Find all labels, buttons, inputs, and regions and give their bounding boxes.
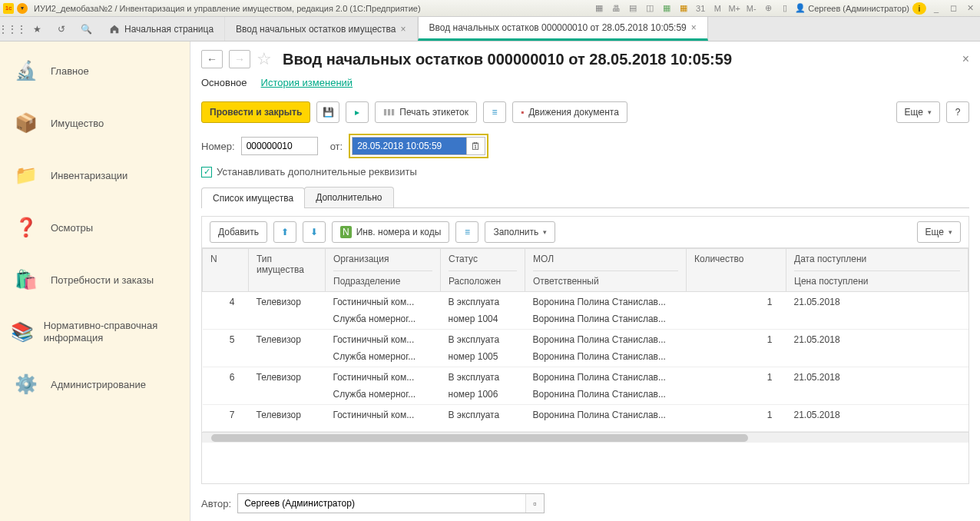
print-labels-button[interactable]: ⦀⦀⦀Печать этикеток [375,101,477,123]
tab-additional[interactable]: Дополнительно [304,187,393,207]
close-window-icon[interactable]: ✕ [963,2,977,15]
panel-icon[interactable]: ▯ [778,2,792,15]
additional-props-checkbox[interactable]: ✓ [201,167,212,178]
author-field: ▫ [237,493,545,513]
col-org[interactable]: ОрганизацияПодразделение [326,249,441,292]
history-icon[interactable]: ↺ [49,17,74,41]
tab-input-balances[interactable]: Ввод начальных остатков имущества × [225,17,417,41]
col-type[interactable]: Тип имущества [249,249,326,292]
author-label: Автор: [201,498,231,509]
zoom-icon[interactable]: ⊕ [761,2,775,15]
sidebar-item-assets[interactable]: 📦Имущество [0,97,190,149]
scrollbar-thumb[interactable] [211,434,748,442]
apps-icon[interactable]: ⋮⋮⋮ [0,17,25,41]
cell-n: 5 [203,330,249,367]
boxes-icon: 📦 [11,109,41,137]
chart-icon: ▪ [521,107,524,118]
close-page-icon[interactable]: × [962,52,969,66]
m-icon[interactable]: M [710,2,724,15]
tab-1-close-icon[interactable]: × [401,24,406,35]
calendar-button[interactable]: 🗓 [467,137,485,155]
table-row[interactable]: 4ТелевизорГостиничный ком...Служба номер… [203,292,968,330]
app-logo-icon: 1c [3,3,14,14]
number-input[interactable] [241,137,318,155]
cell-date: 21.05.2018 [786,330,968,367]
subtab-history[interactable]: История изменений [261,77,353,91]
help-button[interactable]: ? [946,101,969,123]
date-label: от: [330,141,343,152]
favorites-icon[interactable]: ★ [25,17,49,41]
col-status[interactable]: СтатусРасположен [441,249,525,292]
col-date[interactable]: Дата поступлениЦена поступлени [786,249,968,292]
post-and-close-button[interactable]: Провести и закрыть [201,101,310,123]
cell-mol: Воронина Полина Станислав...Воронина Пол… [525,292,687,330]
table-row[interactable]: 7ТелевизорГостиничный ком...В эксплуатаВ… [203,405,968,432]
back-button[interactable]: ← [201,50,223,68]
minimize-icon[interactable]: _ [929,2,943,15]
table-wrapper[interactable]: N Тип имущества ОрганизацияПодразделение… [201,247,969,484]
col-n[interactable]: N [203,249,249,292]
question-icon: ❓ [11,214,41,241]
bag-icon: 🛍️ [11,266,41,294]
col-mol[interactable]: МОЛОтветственный [525,249,687,292]
table-more-button[interactable]: Еще▾ [917,221,961,243]
doc-icon[interactable]: ▤ [626,2,640,15]
mminus-icon[interactable]: M- [744,2,758,15]
cell-mol: Воронина Полина Станислав...Воронина Пол… [525,367,687,405]
cell-status: В эксплуатаномер 1006 [441,367,525,405]
author-open-button[interactable]: ▫ [525,494,544,513]
doc-movements-button[interactable]: ▪Движения документа [512,101,627,123]
table-row[interactable]: 6ТелевизорГостиничный ком...Служба номер… [203,367,968,405]
cell-qty: 1 [687,292,786,330]
cell-org: Гостиничный ком...Служба номерног... [326,292,441,330]
compare-icon[interactable]: ◫ [643,2,657,15]
fill-button[interactable]: Заполнить▾ [485,221,555,243]
calc-icon[interactable]: ▦ [660,2,674,15]
post-button[interactable]: ▸ [346,101,369,123]
info-icon[interactable]: i [912,2,926,15]
sidebar-item-admin[interactable]: ⚙️Администрирование [0,358,190,410]
tab-home[interactable]: Начальная страница [98,17,225,41]
table-row[interactable]: 5ТелевизорГостиничный ком...Служба номер… [203,330,968,367]
app-dropdown-icon[interactable]: ▾ [17,3,28,14]
horizontal-scrollbar[interactable] [202,432,968,443]
move-down-button[interactable]: ⬇ [303,221,326,243]
favorite-star-icon[interactable]: ☆ [257,49,272,69]
sidebar-item-reference[interactable]: 📚Нормативно-справочная информация [0,306,190,358]
date-input[interactable] [352,137,467,155]
app-title: ИУИ2_демобаза№2 / Инвентаризация и управ… [34,4,421,13]
sidebar-item-inventory[interactable]: 📁Инвентаризации [0,149,190,201]
tb-icon-1[interactable]: ▦ [592,2,606,15]
cell-n: 6 [203,367,249,405]
cell-n: 7 [203,405,249,432]
date-icon[interactable]: 31 [694,2,707,15]
mplus-icon[interactable]: M+ [727,2,741,15]
move-up-button[interactable]: ⬆ [273,221,296,243]
sidebar-item-main[interactable]: 🔬Главное [0,45,190,97]
cell-type: Телевизор [249,292,326,330]
save-button[interactable]: 💾 [316,101,339,123]
author-input[interactable] [238,494,525,513]
tab-asset-list[interactable]: Список имущества [201,187,305,208]
more-button[interactable]: Еще▾ [896,101,940,123]
inv-numbers-button[interactable]: NИнв. номера и коды [332,221,449,243]
tab-2-close-icon[interactable]: × [691,22,697,33]
date-group: 🗓 [349,134,488,158]
list-button-2[interactable]: ≡ [455,221,478,243]
sidebar-item-orders[interactable]: 🛍️Потребности и заказы [0,254,190,306]
add-row-button[interactable]: Добавить [210,221,267,243]
cell-org: Гостиничный ком...Служба номерног... [326,330,441,367]
tabbar: ⋮⋮⋮ ★ ↺ 🔍 Начальная страница Ввод началь… [0,17,980,41]
subtab-main[interactable]: Основное [201,77,247,91]
print-icon[interactable]: 🖶 [609,2,623,15]
user-label[interactable]: 👤 Сергеев (Администратор) [795,3,909,13]
tab-document[interactable]: Ввод начальных остатков 000000010 от 28.… [418,17,708,41]
list-button[interactable]: ≡ [483,101,506,123]
sidebar: 🔬Главное 📦Имущество 📁Инвентаризации ❓Осм… [0,41,190,521]
sidebar-item-inspections[interactable]: ❓Осмотры [0,201,190,254]
forward-button[interactable]: → [229,50,250,68]
col-qty[interactable]: Количество [687,249,786,292]
maximize-icon[interactable]: ◻ [946,2,960,15]
calendar-icon[interactable]: ▦ [677,2,690,15]
search-tab-icon[interactable]: 🔍 [74,17,98,41]
